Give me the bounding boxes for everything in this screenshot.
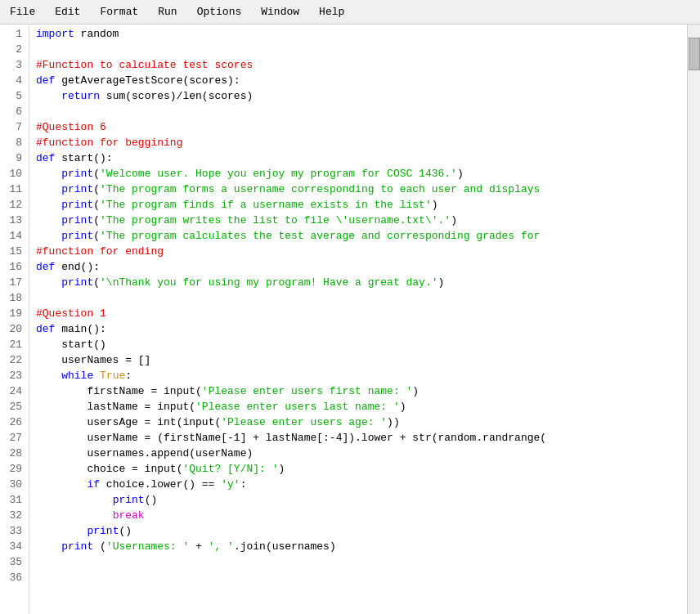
token-fn-black: choice.lower() == <box>100 478 221 491</box>
code-line: firstName = input('Please enter users fi… <box>36 383 687 399</box>
token-kw-blue: print <box>61 276 93 289</box>
token-fn-black <box>36 276 61 289</box>
token-fn-black: userNames = [] <box>36 354 150 366</box>
token-fn-black <box>36 214 61 226</box>
code-line: #function for beggining <box>36 135 687 150</box>
code-line: #function for ending <box>36 244 687 259</box>
token-fn-black: ) <box>451 214 457 226</box>
code-line: choice = input('Quit? [Y/N]: ') <box>36 461 687 477</box>
code-line: print ('Usernames: ' + ', '.join(usernam… <box>36 539 687 554</box>
menu-help[interactable]: Help <box>316 4 348 20</box>
menu-window[interactable]: Window <box>258 4 303 20</box>
token-fn-black <box>36 509 113 522</box>
token-str-green: 'The program finds if a username exists … <box>100 199 432 211</box>
token-fn-black: usernames.append(userName) <box>36 447 253 459</box>
token-fn-black: end(): <box>55 261 100 273</box>
token-fn-black <box>93 370 100 382</box>
token-str-green: 'Welcome user. Hope you enjoy my program… <box>100 168 457 180</box>
line-number: 27 <box>7 430 22 446</box>
line-number: 9 <box>7 150 22 166</box>
token-fn-black <box>36 494 113 506</box>
token-kw-blue: print <box>61 168 93 180</box>
line-number: 14 <box>7 228 22 244</box>
line-number: 13 <box>7 213 22 228</box>
code-line: print('Welcome user. Hope you enjoy my p… <box>36 166 687 182</box>
line-number: 20 <box>7 321 22 337</box>
token-kw-blue: while <box>61 370 93 382</box>
token-fn-black: start() <box>36 338 106 351</box>
token-kw-blue: print <box>61 183 93 195</box>
line-number: 2 <box>7 42 22 57</box>
token-str-green: 'The program forms a username correspond… <box>100 183 540 195</box>
token-comment-red: #Function to calculate test scores <box>36 59 253 71</box>
code-content[interactable]: import random #Function to calculate tes… <box>29 25 687 614</box>
token-fn-black: getAverageTestScore(scores): <box>55 74 240 87</box>
code-line: print() <box>36 523 687 539</box>
code-line: def main(): <box>36 321 687 337</box>
token-fn-black: + <box>189 540 208 553</box>
token-fn-black: random <box>74 28 119 40</box>
token-str-green: 'Quit? [Y/N]: ' <box>182 463 278 475</box>
line-number: 19 <box>7 306 22 321</box>
token-fn-black: ) <box>412 385 419 397</box>
token-kw-blue: def <box>36 261 55 273</box>
token-kw-blue: def <box>36 152 55 164</box>
code-line: print('The program finds if a username e… <box>36 197 687 213</box>
token-kw-blue: print <box>87 525 119 537</box>
token-fn-black: main(): <box>55 323 105 335</box>
code-line: userNames = [] <box>36 352 687 368</box>
token-fn-black <box>36 478 87 491</box>
code-line: while True: <box>36 368 687 383</box>
line-number: 6 <box>7 104 22 119</box>
token-kw-blue: print <box>113 494 145 506</box>
line-number: 5 <box>7 88 22 104</box>
line-number: 11 <box>7 182 22 197</box>
menu-run[interactable]: Run <box>155 4 180 20</box>
code-line: userName = (firstName[-1] + lastName[:-4… <box>36 430 687 446</box>
line-numbers: 1234567891011121314151617181920212223242… <box>0 25 29 614</box>
line-number: 12 <box>7 197 22 213</box>
token-str-green: 'Please enter users last name: ' <box>195 401 400 413</box>
token-kw-blue: print <box>61 214 93 226</box>
scrollbar-thumb[interactable] <box>689 38 700 70</box>
token-fn-black <box>36 90 61 102</box>
token-fn-black: ) <box>457 168 464 180</box>
code-line: #Question 6 <box>36 119 687 135</box>
menu-format[interactable]: Format <box>96 4 141 20</box>
token-kw-blue: import <box>36 28 74 40</box>
line-number: 32 <box>7 508 22 523</box>
code-line <box>36 42 687 57</box>
token-fn-black: () <box>145 494 158 506</box>
token-fn-black: () <box>119 525 132 537</box>
code-line: print() <box>36 492 687 508</box>
code-line <box>36 570 687 585</box>
token-str-green: 'Usernames: ' <box>106 540 189 553</box>
token-str-green: 'Please enter users age: ' <box>221 416 387 428</box>
token-fn-black <box>36 183 61 195</box>
token-fn-black: ) <box>400 401 406 413</box>
menu-options[interactable]: Options <box>194 4 245 20</box>
token-kw-blue: if <box>87 478 100 491</box>
menu-edit[interactable]: Edit <box>52 4 83 20</box>
code-line: lastName = input('Please enter users las… <box>36 399 687 415</box>
scrollbar[interactable] <box>687 25 700 614</box>
token-comment-red: #Question 1 <box>36 307 106 320</box>
token-fn-black <box>36 199 61 211</box>
line-number: 35 <box>7 554 22 570</box>
token-comment-red: #function for ending <box>36 245 164 258</box>
token-kw-blue: def <box>36 323 55 335</box>
menu-file[interactable]: File <box>7 4 38 20</box>
line-number: 4 <box>7 73 22 88</box>
line-number: 17 <box>7 275 22 290</box>
line-number: 31 <box>7 492 22 508</box>
line-number: 36 <box>7 570 22 585</box>
code-line: import random <box>36 26 687 42</box>
editor-area: 1234567891011121314151617181920212223242… <box>0 25 700 614</box>
token-fn-black: ) <box>432 199 438 211</box>
token-fn-black: firstName = input( <box>36 385 202 397</box>
token-fn-black <box>36 168 61 180</box>
token-fn-black: sum(scores)/len(scores) <box>100 90 253 102</box>
token-fn-black: : <box>240 478 247 491</box>
token-fn-black: ( <box>93 214 100 226</box>
token-fn-black: ( <box>93 540 106 553</box>
